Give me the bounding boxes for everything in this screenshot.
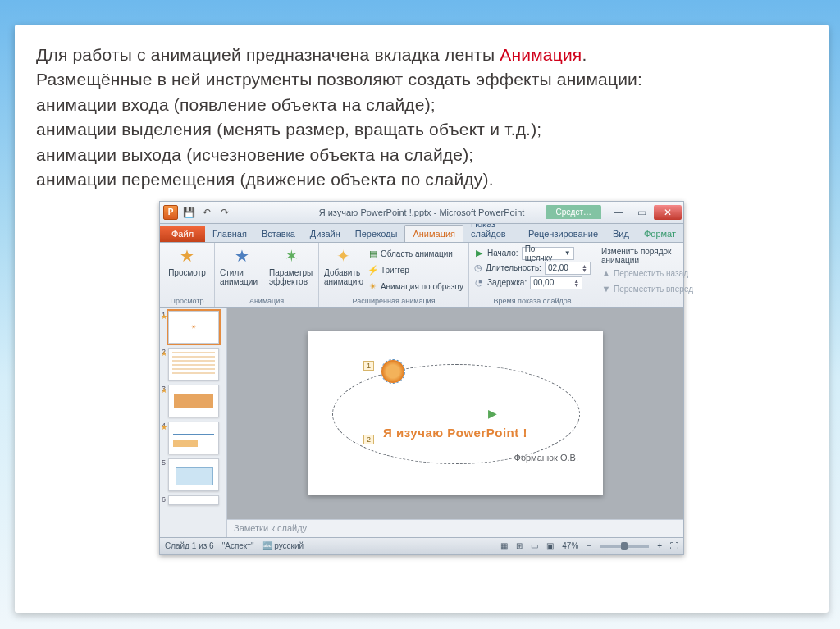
- thumb-num: 5: [162, 458, 166, 491]
- arrow-up-icon: ▲: [601, 268, 611, 278]
- ribbon: ★ Просмотр Просмотр ★ Стили анимации ✶ П…: [159, 243, 684, 308]
- move-later-button[interactable]: ▼ Переместить вперед: [601, 282, 693, 296]
- view-slideshow-icon[interactable]: ▣: [546, 541, 554, 550]
- arrow-down-icon: ▼: [601, 284, 611, 294]
- anim-tag-1[interactable]: 1: [363, 361, 374, 371]
- spinner-icon: ▲▼: [573, 279, 579, 287]
- tab-insert[interactable]: Вставка: [254, 226, 303, 242]
- tab-review[interactable]: Рецензирование: [521, 226, 605, 242]
- clock-icon: ◷: [474, 263, 482, 273]
- caption-l1-post: .: [582, 45, 587, 64]
- tab-animations[interactable]: Анимация: [404, 225, 463, 242]
- canvas-area: 1 2 ▶ Я изучаю PowerPoint ! Форманюк О.В…: [227, 308, 683, 537]
- effect-options-button[interactable]: ✶ Параметры эффектов: [269, 245, 313, 286]
- animation-pane-button[interactable]: ▤ Область анимации: [368, 247, 463, 261]
- preview-label: Просмотр: [168, 268, 206, 277]
- status-language-label: русский: [274, 541, 304, 550]
- start-label: Начало:: [487, 248, 518, 258]
- thumb-num: 6: [162, 495, 166, 505]
- slide-thumb-1[interactable]: ★☀: [168, 311, 219, 344]
- status-language[interactable]: 🔤 русский: [262, 541, 304, 550]
- add-star-icon: ✦: [333, 245, 354, 267]
- anim-indicator-icon: ★: [161, 423, 167, 431]
- tab-file[interactable]: Файл: [160, 226, 205, 242]
- anim-indicator-icon: ★: [161, 386, 167, 394]
- qat-undo-icon[interactable]: ↶: [199, 205, 214, 220]
- close-button[interactable]: ✕: [654, 205, 682, 220]
- delay-label: Задержка:: [487, 278, 527, 287]
- tab-design[interactable]: Дизайн: [303, 226, 348, 242]
- add-anim-label: Добавить анимацию: [324, 268, 363, 286]
- qat-redo-icon[interactable]: ↷: [217, 205, 232, 220]
- slide-author-text: Форманюк О.В.: [514, 453, 578, 463]
- tab-transitions[interactable]: Переходы: [348, 226, 405, 242]
- qat-save-icon[interactable]: 💾: [181, 205, 196, 220]
- anim-indicator-icon: ★: [161, 312, 167, 321]
- slide-thumb-6[interactable]: [168, 495, 219, 505]
- view-reading-icon[interactable]: ▭: [531, 541, 538, 550]
- group-timing: Время показа слайдов: [474, 297, 591, 307]
- slide-canvas: 1 2 ▶ Я изучаю PowerPoint ! Форманюк О.В…: [308, 331, 603, 495]
- tab-format[interactable]: Формат: [637, 226, 683, 242]
- duration-input[interactable]: 02,00▲▼: [545, 262, 591, 275]
- view-sorter-icon[interactable]: ⊞: [516, 541, 523, 550]
- minimize-button[interactable]: —: [608, 205, 629, 220]
- effect-options-icon: ✶: [281, 245, 302, 267]
- powerpoint-window: P 💾 ↶ ↷ Я изучаю PowerPoint !.pptx - Mic…: [159, 201, 684, 555]
- caption-l1-pre: Для работы с анимацией предназначена вкл…: [36, 45, 500, 64]
- caption-l5: анимации выхода (исчезновение объекта на…: [36, 145, 473, 164]
- status-bar: Слайд 1 из 6 "Аспект" 🔤 русский ▦ ⊞ ▭ ▣ …: [159, 538, 684, 555]
- maximize-button[interactable]: ▭: [631, 205, 652, 220]
- reorder-title: Изменить порядок анимации: [601, 247, 693, 265]
- zoom-slider[interactable]: [600, 545, 649, 548]
- trigger-label: Триггер: [381, 266, 409, 275]
- zoom-in-button[interactable]: +: [657, 541, 662, 550]
- zoom-thumb[interactable]: [621, 542, 628, 550]
- group-animation: Анимация: [220, 297, 313, 307]
- ribbon-tabs: Файл Главная Вставка Дизайн Переходы Ани…: [159, 224, 684, 243]
- sun-shape[interactable]: [381, 360, 404, 383]
- group-preview: Просмотр: [165, 297, 209, 307]
- fit-to-window-button[interactable]: ⛶: [670, 541, 678, 550]
- motion-path-ellipse[interactable]: [332, 364, 580, 464]
- tab-home[interactable]: Главная: [205, 226, 254, 242]
- chevron-down-icon: ▼: [564, 249, 571, 257]
- delay-input[interactable]: 00,00▲▼: [530, 276, 582, 289]
- star-icon: ★: [176, 245, 198, 267]
- anim-pane-label: Область анимации: [381, 249, 453, 258]
- animation-painter-button[interactable]: ✴ Анимация по образцу: [368, 280, 463, 294]
- painter-label: Анимация по образцу: [381, 282, 463, 291]
- pane-icon: ▤: [368, 248, 378, 258]
- workspace: 1★☀ 2★ 3★ 4★ 5 6 1 2 ▶ Я изучаю PowerPoi…: [159, 308, 684, 538]
- caption-l3: анимации входа (появление объекта на сла…: [36, 95, 436, 114]
- slide-thumb-5[interactable]: [168, 458, 219, 491]
- effect-opts-label: Параметры эффектов: [269, 268, 313, 286]
- view-normal-icon[interactable]: ▦: [500, 541, 508, 550]
- status-theme: "Аспект": [222, 541, 254, 550]
- trigger-icon: ⚡: [368, 265, 378, 275]
- zoom-value: 47%: [562, 541, 578, 550]
- caption-highlight: Анимация: [500, 45, 582, 64]
- slide-thumb-2[interactable]: ★: [168, 348, 219, 381]
- slide-thumb-4[interactable]: ★: [168, 422, 219, 454]
- move-earlier-button[interactable]: ▲ Переместить назад: [601, 267, 693, 280]
- app-logo: P: [163, 205, 178, 220]
- zoom-out-button[interactable]: −: [587, 541, 591, 550]
- spinner-icon: ▲▼: [582, 264, 587, 272]
- add-animation-button[interactable]: ✦ Добавить анимацию: [324, 245, 363, 294]
- play-icon: ▶: [474, 248, 484, 258]
- delay-icon: ◔: [474, 278, 484, 288]
- slide-thumb-3[interactable]: ★: [168, 385, 219, 417]
- tab-view[interactable]: Вид: [605, 226, 637, 242]
- trigger-button[interactable]: ⚡ Триггер: [368, 263, 463, 277]
- animation-styles-button[interactable]: ★ Стили анимации: [220, 245, 264, 286]
- notes-pane[interactable]: Заметки к слайду: [227, 519, 683, 537]
- slide-thumbnails: 1★☀ 2★ 3★ 4★ 5 6: [160, 308, 227, 537]
- caption-text: Для работы с анимацией предназначена вкл…: [36, 43, 807, 193]
- caption-l2: Размещённые в ней инструменты позволяют …: [36, 70, 642, 89]
- context-tools-tab[interactable]: Средст…: [546, 205, 601, 219]
- canvas-background[interactable]: 1 2 ▶ Я изучаю PowerPoint ! Форманюк О.В…: [227, 308, 683, 519]
- preview-button[interactable]: ★ Просмотр: [165, 245, 209, 277]
- status-slide-count: Слайд 1 из 6: [165, 541, 214, 550]
- start-dropdown[interactable]: По щелчку▼: [522, 247, 574, 260]
